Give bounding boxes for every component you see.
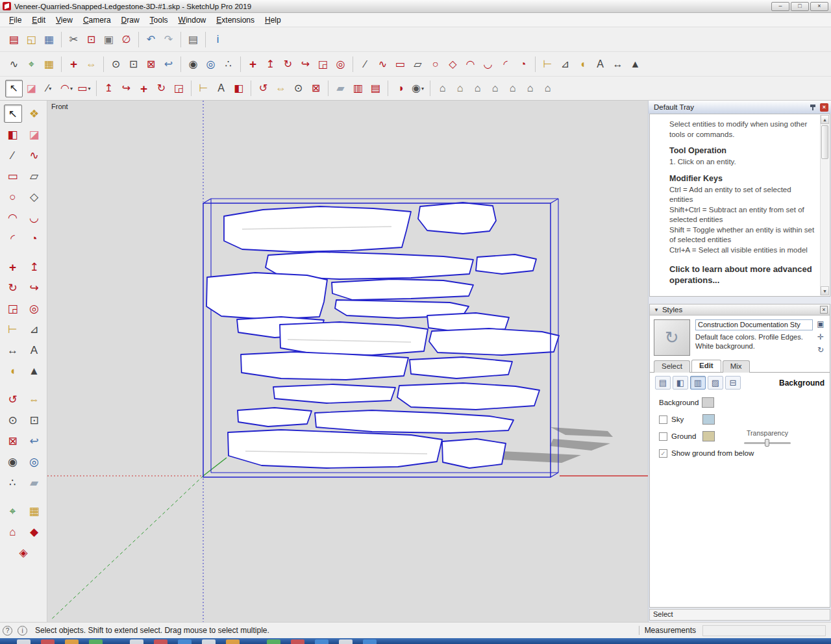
look-around-icon[interactable]: ◎: [202, 55, 219, 73]
pie-icon[interactable]: ◔: [25, 229, 43, 247]
windows-taskbar[interactable]: [0, 638, 831, 644]
text-icon[interactable]: A: [25, 341, 43, 359]
maximize-button[interactable]: □: [791, 2, 809, 11]
section-plane-icon[interactable]: ▰: [25, 473, 43, 491]
close-button[interactable]: ×: [810, 2, 828, 11]
tape-measure-icon[interactable]: ⊢: [4, 320, 22, 338]
three-d-text-icon[interactable]: ▲: [626, 55, 644, 73]
collapse-icon[interactable]: ▼: [654, 307, 659, 313]
send-to-layout-icon[interactable]: ◈: [14, 543, 32, 562]
shadows-icon[interactable]: ◑: [391, 80, 409, 97]
polygon-icon[interactable]: ◇: [444, 55, 462, 73]
zoom-extents-icon[interactable]: ⊠: [307, 80, 325, 97]
help-icon[interactable]: ?: [3, 626, 12, 636]
rotate-icon[interactable]: ↻: [153, 80, 170, 97]
menu-help[interactable]: Help: [260, 14, 286, 27]
polygon-icon[interactable]: ◇: [25, 188, 43, 206]
right-view-icon[interactable]: ⌂: [486, 80, 504, 97]
viewport[interactable]: Front: [47, 101, 648, 622]
taskbar-item[interactable]: [41, 639, 55, 644]
dimension-icon[interactable]: ↔: [609, 55, 626, 73]
two-point-arc-icon[interactable]: ◡: [25, 208, 43, 227]
zoom-icon[interactable]: ⊙: [4, 411, 22, 429]
move-icon[interactable]: +: [4, 258, 22, 276]
photo-textures-icon[interactable]: ▦: [25, 502, 43, 520]
taskbar-item[interactable]: [226, 639, 240, 644]
paste-icon[interactable]: ▣: [100, 31, 118, 48]
edge-settings-icon[interactable]: ▤: [655, 376, 671, 390]
model-stones[interactable]: [206, 203, 559, 468]
instructor-scrollbar[interactable]: ▲ ▼: [820, 115, 829, 295]
section-cuts-icon[interactable]: ▤: [367, 80, 384, 97]
line-icon[interactable]: ∕: [356, 55, 374, 73]
taskbar-item[interactable]: [363, 639, 377, 644]
pan-icon[interactable]: ⇔: [82, 55, 100, 73]
zoom-icon[interactable]: ⊙: [290, 80, 307, 97]
tape-measure-icon[interactable]: ⊢: [195, 80, 212, 97]
ground-checkbox[interactable]: [659, 432, 667, 441]
axes-icon[interactable]: ⊿: [556, 55, 574, 73]
menu-view[interactable]: View: [51, 14, 78, 27]
iso-view-icon[interactable]: ⌂: [434, 80, 451, 97]
taskbar-item[interactable]: [202, 639, 216, 644]
pan-icon[interactable]: ⇔: [25, 390, 43, 408]
rotate-icon[interactable]: ↻: [279, 55, 297, 73]
taskbar-item[interactable]: [291, 639, 304, 644]
model-info-icon[interactable]: i: [209, 31, 227, 48]
three-d-text-icon[interactable]: ▲: [25, 362, 43, 380]
dropdown-arrow-icon[interactable]: ▾: [421, 86, 424, 92]
sign-in-icon[interactable]: ◉▾: [409, 80, 427, 97]
move-icon[interactable]: +: [65, 55, 82, 73]
taskbar-item[interactable]: [17, 639, 31, 644]
select-icon[interactable]: ↖: [4, 105, 22, 123]
tab-mix[interactable]: Mix: [723, 360, 750, 373]
taskbar-item[interactable]: [65, 639, 79, 644]
add-location-icon[interactable]: ⌖: [4, 502, 22, 520]
modeling-settings-icon[interactable]: ⊟: [725, 376, 741, 390]
three-d-warehouse-icon[interactable]: ⌂: [4, 523, 22, 541]
front-view-icon[interactable]: ⌂: [469, 80, 486, 97]
freehand-draw-icon[interactable]: ∿: [374, 55, 391, 73]
taskbar-item[interactable]: [315, 639, 329, 644]
rectangle-icon[interactable]: ▭: [4, 167, 22, 185]
section-display-icon[interactable]: ▥: [349, 80, 367, 97]
sky-color-swatch[interactable]: [702, 414, 715, 425]
circle-icon[interactable]: ○: [427, 55, 444, 73]
tray-close-icon[interactable]: ×: [820, 103, 828, 112]
tab-edit[interactable]: Edit: [691, 360, 721, 372]
open-icon[interactable]: ◱: [23, 31, 40, 48]
taskbar-item[interactable]: [339, 639, 353, 644]
position-camera-icon[interactable]: ◉: [184, 55, 202, 73]
shapes-icon[interactable]: ▭▾: [75, 80, 93, 97]
walk-icon[interactable]: ∴: [219, 55, 237, 73]
move-icon[interactable]: +: [135, 80, 153, 97]
top-view-icon[interactable]: ⌂: [451, 80, 469, 97]
background-color-swatch[interactable]: [702, 397, 714, 408]
ground-color-swatch[interactable]: [702, 431, 715, 441]
taskbar-item[interactable]: [178, 639, 192, 644]
show-ground-checkbox[interactable]: ✓: [659, 449, 667, 458]
tab-select[interactable]: Select: [654, 360, 690, 373]
select-icon[interactable]: ↖: [5, 80, 23, 97]
scroll-down-icon[interactable]: ▼: [821, 286, 829, 295]
freehand-icon[interactable]: ∿: [5, 55, 23, 73]
rotated-rectangle-icon[interactable]: ▱: [409, 55, 427, 73]
left-view-icon[interactable]: ⌂: [521, 80, 539, 97]
rotated-rectangle-icon[interactable]: ▱: [25, 167, 43, 185]
paint-bucket-icon[interactable]: ◧: [230, 80, 247, 97]
menu-window[interactable]: Window: [173, 14, 212, 27]
undo-icon[interactable]: ↶: [142, 31, 160, 48]
offset-icon[interactable]: ◎: [332, 55, 349, 73]
protractor-icon[interactable]: ◖: [4, 362, 22, 380]
push-pull-icon[interactable]: ↥: [25, 258, 43, 276]
follow-me-icon[interactable]: ↪: [297, 55, 314, 73]
slider-thumb[interactable]: [765, 439, 769, 447]
arc-icon[interactable]: ◠: [462, 55, 479, 73]
eraser-icon[interactable]: ◪: [23, 80, 40, 97]
menu-edit[interactable]: Edit: [27, 14, 51, 27]
taskbar-item[interactable]: [154, 639, 167, 644]
new-icon[interactable]: ▤: [5, 31, 23, 48]
move-tool-icon[interactable]: +: [244, 55, 262, 73]
minimize-button[interactable]: –: [771, 2, 789, 11]
three-point-arc-icon[interactable]: ◜: [4, 229, 22, 247]
